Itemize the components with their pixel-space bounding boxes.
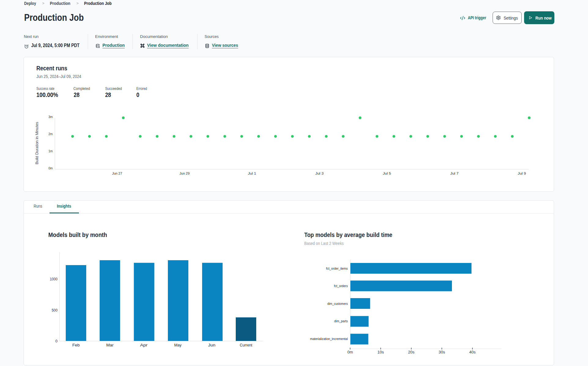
svg-text:dim_parts: dim_parts: [334, 319, 348, 323]
svg-text:Apr: Apr: [140, 343, 148, 347]
svg-text:materialization_incremental: materialization_incremental: [310, 337, 348, 341]
svg-text:fct_orders: fct_orders: [334, 284, 348, 288]
svg-text:Jul 9: Jul 9: [518, 172, 526, 175]
svg-text:May: May: [174, 343, 182, 347]
svg-text:Jun 27: Jun 27: [112, 172, 122, 175]
svg-text:fct_order_items: fct_order_items: [326, 267, 348, 270]
svg-text:500: 500: [52, 308, 57, 312]
svg-text:20s: 20s: [408, 350, 415, 354]
svg-text:Jun: Jun: [208, 343, 216, 347]
svg-text:Mar: Mar: [106, 343, 114, 347]
svg-text:2m: 2m: [49, 132, 53, 136]
svg-text:3m: 3m: [49, 115, 53, 119]
svg-text:30s: 30s: [439, 350, 445, 354]
svg-text:10s: 10s: [378, 350, 384, 354]
svg-text:0m: 0m: [49, 166, 53, 170]
svg-text:1000: 1000: [50, 277, 57, 281]
svg-text:Current: Current: [240, 343, 252, 347]
svg-text:Jul 3: Jul 3: [315, 172, 324, 175]
svg-text:Feb: Feb: [72, 343, 80, 347]
svg-text:0: 0: [55, 339, 57, 343]
svg-text:40s: 40s: [469, 350, 476, 354]
svg-text:Jul 5: Jul 5: [383, 172, 391, 175]
svg-text:1m: 1m: [49, 149, 53, 153]
svg-text:Jun 29: Jun 29: [179, 172, 190, 175]
svg-text:0m: 0m: [347, 350, 353, 354]
svg-text:dim_customers: dim_customers: [327, 302, 348, 305]
svg-text:Jul 7: Jul 7: [450, 172, 459, 175]
svg-text:Jul 1: Jul 1: [248, 172, 256, 175]
